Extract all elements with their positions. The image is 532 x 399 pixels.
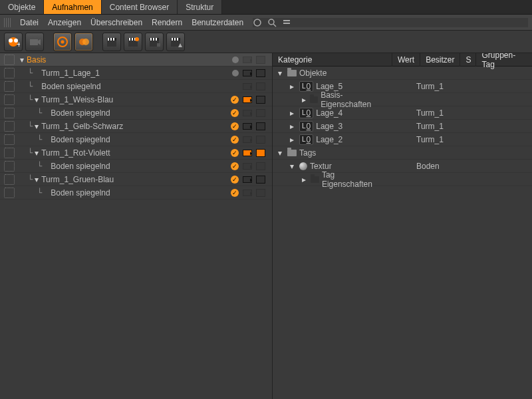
status-check-icon[interactable]: [231, 149, 239, 157]
camera-icon[interactable]: [243, 70, 252, 76]
tree-row[interactable]: └Boden spiegelnd: [0, 133, 272, 146]
status-check-icon[interactable]: [231, 162, 239, 170]
tree-row[interactable]: └▾Turm_1_Gruen-Blau: [0, 173, 272, 186]
category-label[interactable]: Textur: [310, 162, 332, 171]
tree-label[interactable]: Turm_1_Gelb-Schwarz: [41, 122, 123, 131]
visibility-toggle[interactable]: [4, 81, 15, 92]
tab-objekte[interactable]: Objekte: [0, 0, 44, 14]
tab-content-browser[interactable]: Content Browser: [102, 0, 178, 14]
tab-struktur[interactable]: Struktur: [178, 0, 222, 14]
tree-label[interactable]: Boden spiegelnd: [51, 135, 110, 144]
clap-4-button[interactable]: [166, 33, 185, 51]
expander-icon[interactable]: ▾: [278, 68, 285, 78]
clapboard-icon[interactable]: [256, 96, 265, 104]
status-check-icon[interactable]: [231, 189, 239, 197]
visibility-toggle[interactable]: [4, 55, 15, 65]
take-camera-button[interactable]: [25, 33, 44, 51]
status-check-icon[interactable]: [231, 109, 239, 117]
clapboard-icon[interactable]: [256, 69, 265, 77]
category-label[interactable]: Lage_5: [316, 82, 342, 91]
menu-rendern[interactable]: Rendern: [152, 18, 182, 27]
clapboard-icon[interactable]: [256, 122, 265, 130]
take-new-button[interactable]: +: [4, 33, 23, 51]
expander-icon[interactable]: ▸: [290, 122, 297, 131]
status-check-icon[interactable]: [231, 176, 239, 184]
camera-icon[interactable]: [243, 176, 252, 183]
tree-row[interactable]: └▾Turm_1_Weiss-Blau: [0, 93, 272, 106]
visibility-toggle[interactable]: [4, 161, 15, 172]
expander-icon[interactable]: ▾: [19, 55, 25, 65]
clap-1-button[interactable]: [102, 33, 121, 51]
tree-row[interactable]: └▾Turm_1_Gelb-Schwarz: [0, 120, 272, 133]
col-kategorie[interactable]: Kategorie: [273, 53, 392, 66]
tree-row[interactable]: └Turm_1_Lage_1: [0, 66, 272, 80]
expander-icon[interactable]: ▾: [33, 122, 40, 131]
visibility-toggle[interactable]: [4, 108, 15, 118]
take-overlap-button[interactable]: [74, 33, 93, 51]
tree-label[interactable]: Turm_1_Lage_1: [41, 68, 100, 78]
menu-benutzerdaten[interactable]: Benutzerdaten: [192, 18, 243, 27]
status-check-icon[interactable]: [231, 136, 239, 144]
tree-label[interactable]: Turm_1_Weiss-Blau: [41, 95, 113, 104]
tree-row[interactable]: └Boden spiegelnd: [0, 80, 272, 93]
take-target-button[interactable]: [53, 33, 72, 51]
expander-icon[interactable]: ▾: [278, 148, 285, 158]
expander-icon[interactable]: ▾: [33, 148, 40, 158]
tree-row[interactable]: └Boden spiegelnd: [0, 106, 272, 120]
visibility-toggle[interactable]: [4, 188, 15, 198]
tree-row[interactable]: └Boden spiegelnd: [0, 160, 272, 173]
tab-aufnahmen[interactable]: Aufnahmen: [44, 0, 101, 14]
expander-icon[interactable]: ▾: [33, 95, 40, 104]
tree-label[interactable]: Basis: [27, 55, 46, 65]
clap-2-button[interactable]: [124, 33, 142, 51]
expander-icon[interactable]: ▸: [302, 95, 307, 104]
category-row[interactable]: ▸L0Lage_2Turm_1: [273, 133, 532, 146]
takes-tree[interactable]: ▾Basis└Turm_1_Lage_1└Boden spiegelnd└▾Tu…: [0, 53, 273, 399]
tree-row[interactable]: └▾Turm_1_Rot-Violett: [0, 146, 272, 160]
category-label[interactable]: Tags: [299, 148, 316, 158]
expander-icon[interactable]: ▾: [290, 162, 297, 171]
category-label[interactable]: Lage_2: [316, 135, 342, 144]
category-row[interactable]: ▸L0Lage_3Turm_1: [273, 120, 532, 133]
menu-ueberschreiben[interactable]: Überschreiben: [90, 18, 142, 27]
category-row[interactable]: ▸L0Lage_4Turm_1: [273, 106, 532, 120]
tree-label[interactable]: Boden spiegelnd: [51, 162, 110, 171]
visibility-toggle[interactable]: [4, 94, 15, 105]
col-wert[interactable]: Wert: [392, 53, 420, 66]
lock-icon[interactable]: [253, 18, 262, 27]
clapboard-icon[interactable]: [256, 149, 265, 157]
expander-icon[interactable]: ▸: [290, 82, 297, 91]
tree-row[interactable]: ▾Basis: [0, 53, 272, 66]
category-label[interactable]: Tag Eigenschaften: [322, 170, 382, 189]
col-besitzer[interactable]: Besitzer: [420, 53, 460, 66]
expander-icon[interactable]: ▸: [302, 175, 308, 184]
camera-icon[interactable]: [243, 123, 252, 130]
category-label[interactable]: Basis-Eigenschaften: [321, 90, 382, 109]
category-label[interactable]: Objekte: [299, 68, 327, 78]
clapboard-icon[interactable]: [256, 176, 265, 184]
expander-icon[interactable]: ▾: [33, 175, 40, 184]
camera-icon[interactable]: [243, 96, 252, 103]
status-check-icon[interactable]: [231, 122, 239, 130]
category-label[interactable]: Lage_4: [316, 108, 342, 118]
category-row[interactable]: ▸Tag Eigenschaften: [273, 173, 532, 186]
camera-icon[interactable]: [243, 150, 252, 156]
visibility-toggle[interactable]: [4, 68, 15, 78]
tree-label[interactable]: Boden spiegelnd: [41, 82, 100, 91]
search-icon[interactable]: [267, 18, 277, 27]
clap-3-button[interactable]: [145, 33, 164, 51]
tree-label[interactable]: Boden spiegelnd: [51, 188, 110, 198]
visibility-toggle[interactable]: [4, 148, 15, 158]
category-row[interactable]: ▸Basis-Eigenschaften: [273, 93, 532, 106]
visibility-toggle[interactable]: [4, 174, 15, 185]
status-dot-icon[interactable]: [232, 70, 239, 76]
tree-row[interactable]: └Boden spiegelnd: [0, 186, 272, 200]
menu-anzeigen[interactable]: Anzeigen: [48, 18, 81, 27]
category-label[interactable]: Lage_3: [316, 122, 342, 131]
expander-icon[interactable]: ▸: [290, 135, 297, 144]
category-row[interactable]: ▾Tags: [273, 146, 532, 160]
expander-icon[interactable]: ▸: [290, 108, 297, 118]
status-check-icon[interactable]: [231, 96, 239, 104]
col-gruppen-tag[interactable]: Gruppen-Tag: [476, 53, 532, 71]
status-dot-icon[interactable]: [232, 57, 239, 63]
